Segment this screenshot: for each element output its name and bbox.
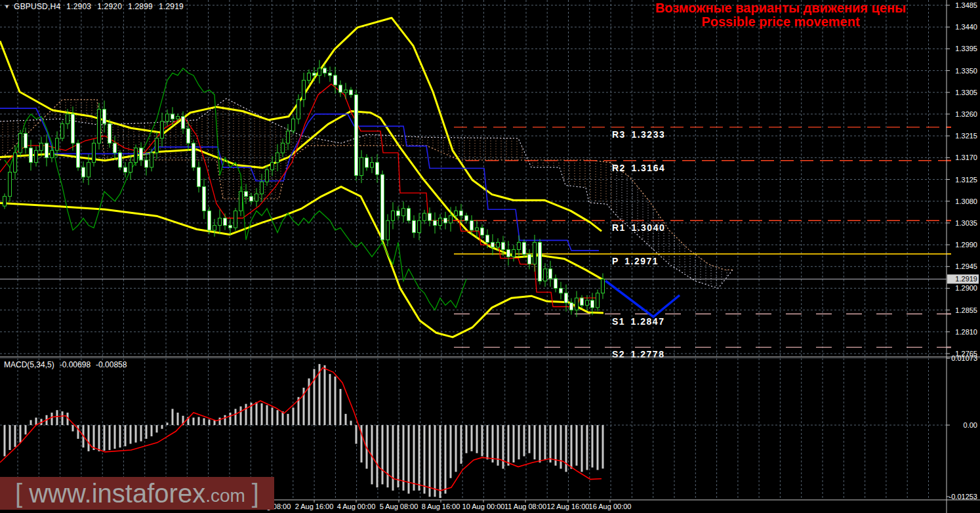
macd-bar [109, 425, 111, 450]
macd-bar [177, 413, 179, 425]
candle [224, 218, 227, 226]
candle [575, 298, 579, 310]
price-tick-label: 1.2855 [955, 306, 977, 314]
macd-bar [581, 425, 583, 472]
candle [344, 90, 348, 92]
macd-tick-label: -0.01253 [949, 493, 977, 501]
macd-bar [272, 407, 274, 425]
candle [413, 220, 416, 232]
pivot-label-s1: S1 1.2847 [612, 316, 664, 327]
candle [40, 143, 43, 150]
candle [24, 133, 28, 148]
macd-bar [487, 425, 489, 459]
candle [45, 143, 49, 157]
macd-bar [4, 425, 6, 457]
macd-bar [104, 425, 106, 451]
macd-bar [560, 425, 562, 469]
candle [77, 143, 80, 167]
candle [497, 242, 500, 247]
macd-bar [576, 425, 578, 466]
candle [287, 131, 290, 143]
macd-bar [523, 425, 525, 457]
macd-bar [445, 425, 447, 494]
candle [313, 73, 316, 75]
candle [596, 293, 600, 308]
price-tick-label: 1.3440 [955, 23, 977, 31]
candle [255, 194, 258, 201]
candle [544, 269, 547, 281]
price-tick-label: 1.2900 [955, 284, 977, 292]
pivot-label-r2: R2 1.3164 [612, 163, 665, 173]
candle [302, 80, 306, 100]
candle [397, 211, 400, 215]
price-tick-label: 1.3170 [955, 154, 977, 161]
symbol-dropdown-icon[interactable]: ▼ [4, 3, 10, 10]
price-tick-label: 1.3125 [955, 176, 977, 184]
macd-bar [434, 425, 436, 497]
candle [213, 226, 216, 230]
macd-bar [224, 415, 226, 425]
macd-bar [602, 425, 604, 468]
macd-bar [56, 410, 58, 425]
ohlc-open: 1.2903 [66, 2, 91, 11]
macd-bar [460, 425, 462, 464]
ohlc-low: 1.2899 [128, 2, 153, 11]
candle [360, 157, 363, 175]
candle [108, 124, 112, 144]
macd-bar [230, 413, 232, 425]
candle [239, 192, 243, 211]
macd-bar [119, 425, 121, 447]
candle [9, 172, 12, 196]
macd-bar [544, 425, 546, 459]
macd-bar [245, 404, 247, 425]
candle [491, 242, 495, 247]
macd-bar [392, 425, 394, 491]
macd-bar [77, 425, 79, 439]
ohlc-close: 1.2919 [159, 2, 184, 11]
macd-bar [377, 425, 378, 487]
macd-bar [130, 425, 132, 444]
watermark-bracket-left: [ [15, 479, 22, 508]
instaforex-watermark: [ www.instaforex .com ] [0, 477, 274, 510]
macd-bar [539, 425, 541, 462]
macd-bar [481, 425, 483, 457]
watermark-dotcom: .com [205, 485, 245, 506]
time-tick-label: 5 Aug 08:00 [380, 503, 419, 510]
macd-bar [209, 420, 211, 426]
candle [150, 153, 153, 167]
time-tick-label: 10 Aug 00:00 [462, 503, 505, 510]
macd-bar [146, 425, 148, 439]
macd-bar [35, 418, 37, 425]
candle [512, 249, 516, 256]
price-tick-label: 1.3395 [955, 45, 977, 52]
macd-bar [98, 425, 100, 451]
candle [392, 211, 395, 220]
macd-bar [20, 425, 22, 443]
macd-bar [30, 420, 32, 425]
macd-bar [219, 418, 221, 425]
candle [129, 163, 133, 173]
price-tick-label: 1.3350 [955, 67, 977, 75]
candle [486, 235, 489, 242]
candle [92, 143, 96, 163]
candle [276, 153, 279, 163]
time-tick-label: 8 Aug 16:00 [422, 503, 460, 510]
macd-bar [140, 425, 142, 441]
chart-canvas[interactable]: R3 1.3233R2 1.3164R1 1.3040P 1.2971S1 1.… [0, 0, 980, 513]
macd-bar [329, 374, 331, 425]
macd-bar [14, 425, 16, 447]
macd-bar [429, 425, 431, 497]
macd-indicator-label: MACD(5,34,5)-0.00698-0.00858 [4, 360, 132, 369]
candle [602, 279, 605, 293]
macd-bar [387, 425, 389, 487]
candle [402, 209, 405, 216]
time-tick-label: 11 Aug 08:00 [504, 503, 546, 510]
candle [329, 73, 332, 75]
macd-bar [356, 425, 357, 444]
macd-bar [565, 425, 567, 472]
macd-bar [324, 365, 326, 425]
candle [145, 160, 148, 167]
macd-bar [156, 425, 158, 432]
macd-bar [534, 425, 536, 459]
macd-bar [62, 411, 64, 425]
